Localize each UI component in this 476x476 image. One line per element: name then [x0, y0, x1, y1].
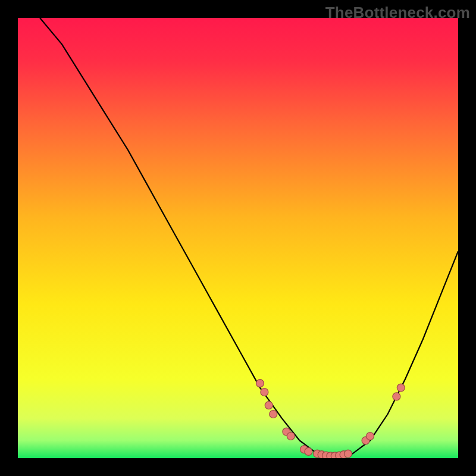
plot-area — [18, 18, 458, 458]
chart-frame: TheBottleneck.com — [0, 0, 476, 476]
chart-svg — [18, 18, 458, 458]
data-point — [305, 447, 312, 455]
data-point — [270, 411, 277, 418]
data-point — [256, 380, 264, 387]
data-point — [393, 393, 400, 400]
data-point — [345, 450, 352, 458]
data-point — [287, 433, 295, 440]
data-point — [397, 384, 405, 392]
gradient-rect — [18, 18, 458, 458]
data-point — [261, 389, 268, 396]
data-point — [367, 433, 374, 440]
data-point — [265, 402, 273, 409]
